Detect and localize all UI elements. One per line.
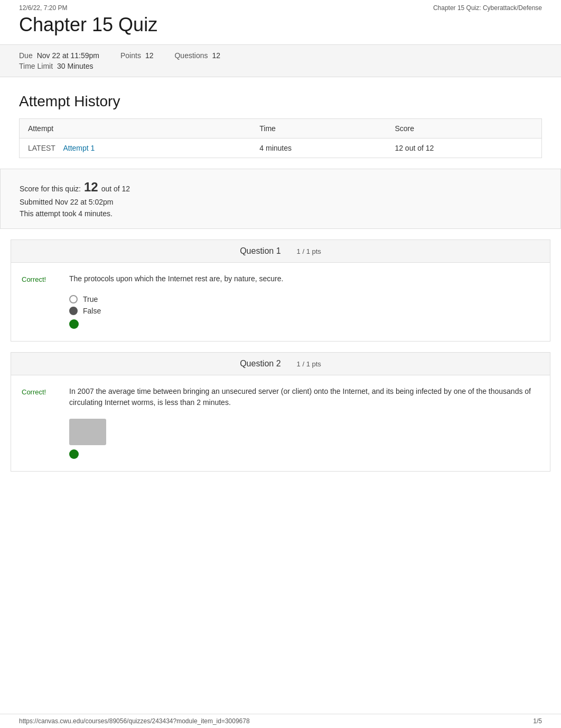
page-header: Chapter 15 Quiz xyxy=(0,14,561,44)
attempt-history-section: Attempt History Attempt Time Score LATES… xyxy=(0,77,561,169)
duration-line: This attempt took 4 minutes. xyxy=(20,209,541,218)
info-row-1: Due Nov 22 at 11:59pm Points 12 Question… xyxy=(19,51,542,60)
col-header-score: Score xyxy=(386,119,541,139)
questions-value: 12 xyxy=(212,51,221,60)
page-title: Chapter 15 Quiz xyxy=(19,14,542,36)
questions-info: Questions 12 xyxy=(174,51,220,60)
latest-label: LATEST xyxy=(28,144,55,152)
table-row: LATEST Attempt 1 4 minutes 12 out of 12 xyxy=(20,139,542,158)
footer-bar: https://canvas.cwu.edu/courses/89056/qui… xyxy=(0,714,561,728)
info-bar: Due Nov 22 at 11:59pm Points 12 Question… xyxy=(0,44,561,77)
questions-container: Question 1 1 / 1 pts Correct! The protoc… xyxy=(0,239,561,472)
question-2-content: In 2007 the average time between bringin… xyxy=(69,386,539,460)
due-value: Nov 22 at 11:59pm xyxy=(37,51,99,60)
question-2-correct-label: Correct! xyxy=(22,388,46,396)
footer-url: https://canvas.cwu.edu/courses/89056/qui… xyxy=(19,717,250,725)
score-prefix: Score for this quiz: xyxy=(20,185,81,193)
points-label: Points xyxy=(120,51,141,60)
col-header-attempt: Attempt xyxy=(20,119,251,139)
question-1-title: Question 1 xyxy=(240,246,280,256)
q1-label-false: False xyxy=(83,307,101,315)
points-value: 12 xyxy=(145,51,154,60)
attempt-score: 12 out of 12 xyxy=(386,139,541,158)
footer-page: 1/5 xyxy=(533,717,542,725)
question-1-options: True False xyxy=(69,295,539,330)
score-info-box: Score for this quiz: 12 out of 12 Submit… xyxy=(0,169,561,229)
q2-correct-dot xyxy=(69,449,79,459)
time-limit-label: Time Limit xyxy=(19,62,53,70)
q1-radio-false xyxy=(69,307,78,315)
q1-option-false: False xyxy=(69,307,539,315)
questions-label: Questions xyxy=(174,51,208,60)
due-info: Due Nov 22 at 11:59pm xyxy=(19,51,99,60)
q1-radio-true xyxy=(69,295,78,303)
question-1-header: Question 1 1 / 1 pts xyxy=(11,240,550,263)
question-1-pts: 1 / 1 pts xyxy=(297,247,321,255)
q2-selected-area xyxy=(69,419,539,445)
time-limit-value: 30 Minutes xyxy=(57,62,93,70)
question-2-header: Question 2 1 / 1 pts xyxy=(11,353,550,375)
table-header-row: Attempt Time Score xyxy=(20,119,542,139)
question-2-options xyxy=(69,419,539,460)
attempt-link[interactable]: Attempt 1 xyxy=(63,144,95,152)
q1-correct-dot xyxy=(69,319,79,329)
question-2-left: Correct! xyxy=(22,386,69,460)
question-1-wrapper: Question 1 1 / 1 pts Correct! The protoc… xyxy=(11,239,550,342)
score-number: 12 xyxy=(84,180,98,195)
points-info: Points 12 xyxy=(120,51,154,60)
tab-title-label: Chapter 15 Quiz: Cyberattack/Defense xyxy=(433,4,542,12)
time-limit-info: Time Limit 30 Minutes xyxy=(19,62,94,70)
question-2-title: Question 2 xyxy=(240,359,280,368)
due-label: Due xyxy=(19,51,33,60)
q1-label-true: True xyxy=(83,295,98,303)
attempt-time: 4 minutes xyxy=(251,139,386,158)
score-line: Score for this quiz: 12 out of 12 xyxy=(20,180,541,195)
submitted-line: Submitted Nov 22 at 5:02pm xyxy=(20,198,541,206)
top-bar: 12/6/22, 7:20 PM Chapter 15 Quiz: Cybera… xyxy=(0,0,561,14)
question-1-text: The protocols upon which the Internet re… xyxy=(69,273,539,284)
score-suffix: out of 12 xyxy=(101,185,130,193)
question-2-body: Correct! In 2007 the average time betwee… xyxy=(11,375,550,471)
question-1-left: Correct! xyxy=(22,273,69,330)
attempt-table: Attempt Time Score LATEST Attempt 1 4 mi… xyxy=(19,118,542,158)
question-2-wrapper: Question 2 1 / 1 pts Correct! In 2007 th… xyxy=(11,352,550,472)
info-row-2: Time Limit 30 Minutes xyxy=(19,62,542,70)
question-1-correct-label: Correct! xyxy=(22,275,46,283)
question-2-text: In 2007 the average time between bringin… xyxy=(69,386,539,408)
attempt-history-title: Attempt History xyxy=(19,93,542,110)
question-1-body: Correct! The protocols upon which the In… xyxy=(11,263,550,341)
question-1-content: The protocols upon which the Internet re… xyxy=(69,273,539,330)
col-header-time: Time xyxy=(251,119,386,139)
question-2-pts: 1 / 1 pts xyxy=(297,360,321,368)
q2-image-placeholder xyxy=(69,419,106,445)
datetime-label: 12/6/22, 7:20 PM xyxy=(19,4,67,12)
q1-option-true: True xyxy=(69,295,539,303)
